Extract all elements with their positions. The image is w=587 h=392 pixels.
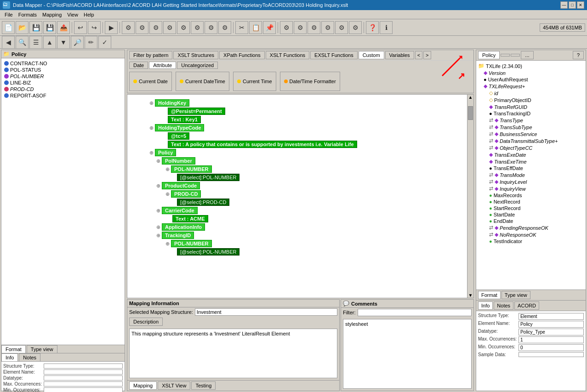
nav-list[interactable]: ☰ xyxy=(29,36,42,49)
rtree-testindicator[interactable]: ● TestIndicator xyxy=(478,238,584,244)
menu-file[interactable]: File xyxy=(2,11,16,18)
policy-box[interactable]: Policy xyxy=(155,149,176,156)
tool10[interactable]: ⚙ xyxy=(294,21,307,34)
node-prod-cd[interactable]: ⊕ PROD-CD xyxy=(165,190,470,198)
scroll-down[interactable]: ▼ xyxy=(467,293,473,298)
testing-tab[interactable]: Testing xyxy=(191,381,216,390)
key1-box[interactable]: Text : Key1 xyxy=(168,116,201,123)
nav-search[interactable]: 🔍 xyxy=(16,36,28,49)
uncategorized-tab[interactable]: Uncategorized xyxy=(177,62,218,69)
tool3[interactable]: ⚙ xyxy=(149,21,162,34)
tree-item-prod-cd[interactable]: PROD-CD xyxy=(3,86,123,92)
mapping-tab[interactable]: Mapping xyxy=(129,381,157,390)
pol-number-box[interactable]: POL-NUMBER xyxy=(171,165,212,173)
nav-check[interactable]: ✓ xyxy=(98,36,111,49)
menu-help[interactable]: Help xyxy=(81,11,97,18)
rtree-transexetime[interactable]: ◆ TransExeTime xyxy=(478,158,584,165)
tree-item-pol-status[interactable]: POL-STATUS xyxy=(3,67,123,73)
nav-edit[interactable]: ✏ xyxy=(85,36,97,49)
rtree-nextrecord[interactable]: ● NextRecord xyxy=(478,199,584,205)
exslt-functions-tab[interactable]: EXSLT Functions xyxy=(310,51,358,59)
info-button[interactable]: ℹ xyxy=(380,21,393,34)
rtree-startdate[interactable]: ● StartDate xyxy=(478,211,584,218)
rtree-noresponse[interactable]: ⇄ ◆ NoResponseOK xyxy=(478,231,584,238)
rtree-enddate[interactable]: ● EndDate xyxy=(478,218,584,224)
policy-text-box[interactable]: Text : A policy that contains or is supp… xyxy=(168,141,357,148)
current-datetime-btn[interactable]: Current DateTime xyxy=(176,72,229,91)
node-pol-number-ref[interactable]: ⊕ POL-NUMBER xyxy=(165,165,470,173)
save-button[interactable]: 💾 xyxy=(29,21,42,34)
rtree-transsubtype[interactable]: ⇄ ◆ TransSubType xyxy=(478,124,584,131)
holdingkey-box[interactable]: HoldingKey xyxy=(155,99,189,107)
node-policy-text[interactable]: Text : A policy that contains or is supp… xyxy=(168,141,470,148)
filter-pattern-tab[interactable]: Filter by pattern xyxy=(129,51,172,59)
node-select-pol2[interactable]: [@select]:POL-NUMBER xyxy=(177,248,470,256)
tool1[interactable]: ⚙ xyxy=(122,21,135,34)
rtree-primaryobj[interactable]: ◇ PrimaryObjectID xyxy=(478,97,584,103)
xslt-structures-tab[interactable]: XSLT Structures xyxy=(173,51,218,59)
appinfo-box[interactable]: ApplicationInfo xyxy=(162,223,205,231)
rtree-bizservice[interactable]: ⇄ ◆ BusinessService xyxy=(478,131,584,137)
undo-button[interactable]: ↩ xyxy=(74,21,87,34)
custom-tab[interactable]: Custom xyxy=(359,51,384,59)
xslt-view-tab[interactable]: XSLT View xyxy=(158,381,190,390)
node-productcode[interactable]: ⊕ ProductCode xyxy=(156,182,470,189)
productcode-box[interactable]: ProductCode xyxy=(162,182,200,189)
holdingtypecode-box[interactable]: HoldingTypeCode xyxy=(155,124,204,131)
select-prod-box[interactable]: [@select]:PROD-CD xyxy=(177,199,229,206)
rtree-startrecord[interactable]: ● StartRecord xyxy=(478,205,584,211)
help-button[interactable]: ❓ xyxy=(366,21,379,34)
tree-item-report-asof[interactable]: REPORT-ASOF xyxy=(3,92,123,99)
node-policy[interactable]: ⊕ Policy xyxy=(149,149,470,156)
acme-box[interactable]: Text : ACME xyxy=(172,215,208,222)
maximize-button[interactable]: □ xyxy=(569,1,576,9)
rtree-datatrans[interactable]: ⇄ ◆ DataTransmittalSubType+ xyxy=(478,137,584,144)
current-time-btn[interactable]: Current Time xyxy=(233,72,276,91)
select-pol-box[interactable]: [@select]:POL-NUMBER xyxy=(177,174,239,181)
tool11[interactable]: ⚙ xyxy=(308,21,320,34)
tree-item-pol-number[interactable]: POL-NUMBER xyxy=(3,73,123,80)
xslt-functions-tab[interactable]: XSLT Functions xyxy=(266,51,309,59)
rtree-version[interactable]: ◆ Version xyxy=(478,69,584,76)
select-pol2-box[interactable]: [@select]:POL-NUMBER xyxy=(177,248,239,256)
variables-tab[interactable]: Variables xyxy=(385,51,414,59)
persist-box[interactable]: @Persist=Permanent xyxy=(168,108,225,115)
nav-filter[interactable]: 🔎 xyxy=(71,36,84,49)
date-tab[interactable]: Date xyxy=(129,62,148,69)
tool9[interactable]: ⚙ xyxy=(280,21,293,34)
right-format-tab[interactable]: Format xyxy=(478,291,501,299)
tool2[interactable]: ⚙ xyxy=(136,21,148,34)
scroll-up[interactable]: ▲ xyxy=(467,95,473,100)
paste-button[interactable]: 📌 xyxy=(263,21,276,34)
current-date-btn[interactable]: Current Date xyxy=(129,72,172,91)
mapping-area[interactable]: ⊕ HoldingKey @Persist=Permanent Text : K… xyxy=(127,94,474,298)
open-button[interactable]: 📂 xyxy=(16,21,28,34)
tool8[interactable]: ⚙ xyxy=(218,21,231,34)
node-key1[interactable]: Text : Key1 xyxy=(168,116,470,123)
node-carriercode[interactable]: ⊕ CarrierCode xyxy=(156,207,470,214)
redo-button[interactable]: ↪ xyxy=(88,21,101,34)
mapping-scrollbar[interactable]: ▲ ▼ xyxy=(467,95,473,298)
trackingid-box[interactable]: TrackingID xyxy=(162,232,194,239)
node-appinfo[interactable]: ⊕ ApplicationInfo xyxy=(156,223,470,231)
new-button[interactable]: 📄 xyxy=(2,21,15,34)
node-acme[interactable]: Text : ACME xyxy=(172,215,470,222)
rtree-inquiryview[interactable]: ⇄ ◆ InquiryView xyxy=(478,185,584,192)
tool5[interactable]: ⚙ xyxy=(177,21,190,34)
pol-number2-box[interactable]: POL-NUMBER xyxy=(171,240,212,247)
node-pol-number2[interactable]: ⊕ POL-NUMBER xyxy=(165,240,470,247)
tab-typeview-left[interactable]: Type view xyxy=(27,345,57,353)
node-trackingid[interactable]: ⊕ TrackingID xyxy=(156,232,470,239)
tab-format-left[interactable]: Format xyxy=(1,345,26,353)
copy-button[interactable]: 📋 xyxy=(249,21,262,34)
right-info-tab[interactable]: Info xyxy=(478,301,493,310)
nav-down[interactable]: ▼ xyxy=(57,36,70,49)
rtree-transexedate[interactable]: ◆ TransExeDate xyxy=(478,151,584,158)
right-help-btn[interactable]: ? xyxy=(573,51,584,59)
next-nav[interactable]: > xyxy=(423,51,431,59)
rtree-maxrecords[interactable]: ● MaxRecords xyxy=(478,192,584,199)
node-polnumber[interactable]: ⊕ PolNumber xyxy=(156,157,470,165)
export-button[interactable]: 📤 xyxy=(57,21,70,34)
rtree-txlife[interactable]: 📁 TXLife (2.34.00) xyxy=(478,62,584,69)
rtree-transeffdate[interactable]: ● TransEffDate xyxy=(478,165,584,171)
